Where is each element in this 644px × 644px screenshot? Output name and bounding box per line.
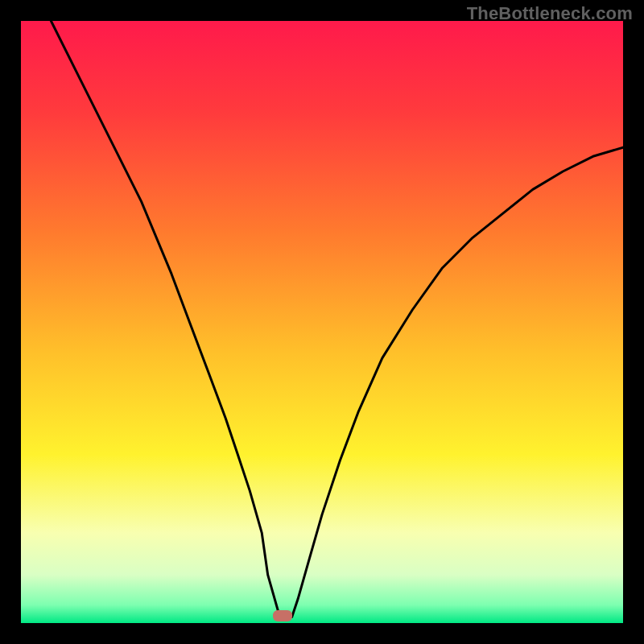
plot-svg — [21, 21, 623, 623]
chart-frame: TheBottleneck.com — [0, 0, 644, 644]
plot-area — [21, 21, 623, 623]
watermark-text: TheBottleneck.com — [467, 3, 633, 24]
gradient-rect — [21, 21, 623, 623]
optimum-marker — [273, 610, 292, 621]
